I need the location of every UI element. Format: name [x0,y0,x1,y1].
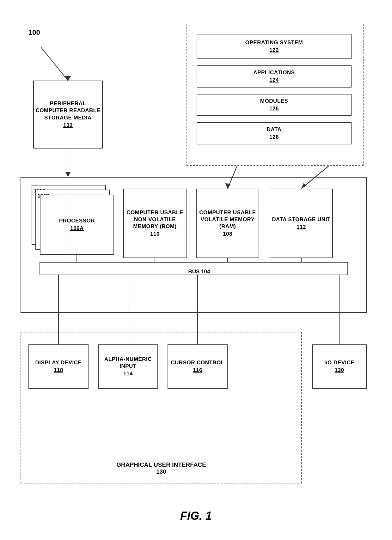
io-number: 120 [335,367,344,374]
alpha-numeric-number: 114 [123,370,133,377]
os-number: 122 [269,47,279,54]
bus-label: BUS 104 [63,267,335,276]
ram-box: COMPUTER USABLE VOLATILE MEMORY (RAM) 10… [196,189,259,258]
cursor-control-number: 116 [193,367,202,374]
rom-number: 110 [150,231,160,238]
processor-106a-box: PROCESSOR 106A [40,195,114,255]
diagram: 100 PERIPHERAL COMPUTER READABLE STORAGE… [0,0,392,540]
software-group: OPERATING SYSTEM 122 APPLICATIONS 124 MO… [187,24,364,166]
ram-label: COMPUTER USABLE VOLATILE MEMORY (RAM) [197,209,259,230]
display-number: 118 [54,367,63,374]
os-box: OPERATING SYSTEM 122 [197,34,352,59]
applications-number: 124 [269,77,279,84]
display-label: DISPLAY DEVICE [35,359,82,366]
data-label: DATA [267,126,282,133]
data-number: 128 [269,134,279,141]
modules-number: 126 [269,105,279,112]
rom-label: COMPUTER USABLE NON-VOLATILE MEMORY (ROM… [124,209,186,230]
svg-marker-3 [65,172,70,177]
figure-label: FIG. 1 [0,509,392,523]
svg-line-0 [41,47,68,81]
applications-box: APPLICATIONS 124 [197,65,352,88]
peripheral-storage-number: 102 [63,122,73,129]
os-label: OPERATING SYSTEM [245,39,303,46]
processor-106a-number: 106A [70,225,84,232]
gui-label-area: GRAPHICAL USER INTERFACE 130 [21,461,302,475]
display-device-box: DISPLAY DEVICE 118 [28,344,89,389]
cursor-control-box: CURSOR CONTROL 116 [168,344,228,389]
io-device-box: I/O DEVICE 120 [312,344,367,389]
svg-marker-1 [65,76,71,81]
cursor-control-label: CURSOR CONTROL [171,359,224,366]
gui-label: GRAPHICAL USER INTERFACE [116,461,206,468]
ref-label-100: 100 [28,28,40,37]
rom-box: COMPUTER USABLE NON-VOLATILE MEMORY (ROM… [123,189,187,258]
modules-label: MODULES [260,98,288,105]
data-storage-box: DATA STORAGE UNIT 112 [270,189,333,258]
applications-label: APPLICATIONS [253,69,295,76]
peripheral-storage-label: PERIPHERAL COMPUTER READABLE STORAGE MED… [34,100,102,121]
processor-106a-label: PROCESSOR [59,217,95,224]
peripheral-storage-box: PERIPHERAL COMPUTER READABLE STORAGE MED… [33,81,103,149]
ram-number: 108 [223,231,232,238]
gui-number: 130 [156,468,166,475]
alpha-numeric-box: ALPHA-NUMERIC INPUT 114 [98,344,158,389]
data-storage-label: DATA STORAGE UNIT [272,216,330,223]
data-box: DATA 128 [197,122,352,144]
io-label: I/O DEVICE [324,359,355,366]
modules-box: MODULES 126 [197,94,352,116]
alpha-numeric-label: ALPHA-NUMERIC INPUT [99,356,157,370]
data-storage-number: 112 [297,224,306,231]
